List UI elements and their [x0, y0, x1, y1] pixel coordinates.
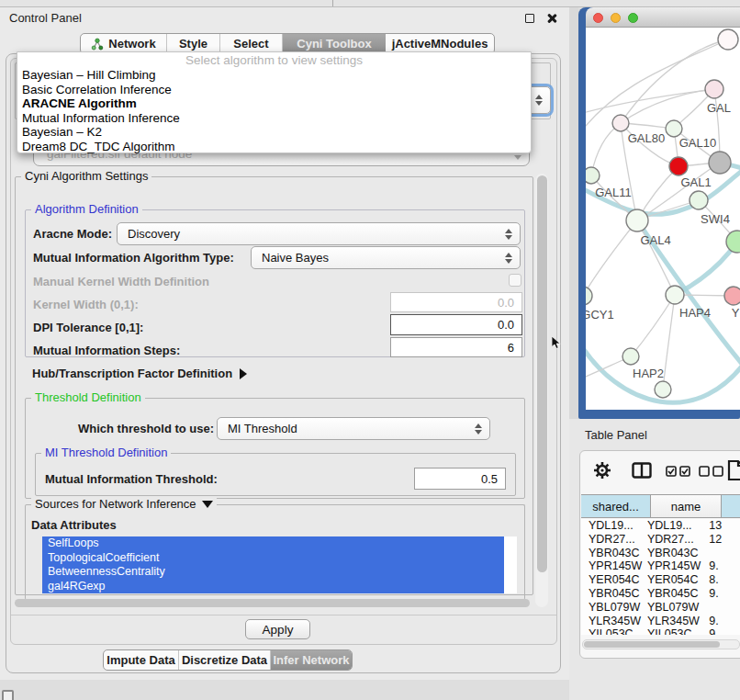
column-header-name[interactable]: name [651, 495, 722, 517]
tab-select[interactable]: Select [220, 34, 283, 53]
table-row[interactable]: YBR045CYBR045C9. [581, 587, 740, 601]
algorithm-item[interactable]: ARACNE Algorithm [17, 96, 531, 111]
table-cell: 9 [704, 627, 740, 635]
network-node-gal80[interactable] [612, 115, 629, 131]
sources-group: Sources for Network Inference Data Attri… [25, 504, 525, 600]
expanded-arrow-icon[interactable] [202, 501, 213, 508]
tab-label: Style [179, 37, 207, 51]
aracne-mode-combo[interactable]: Discovery [117, 222, 521, 245]
table-cell: YBR043C [643, 547, 704, 560]
network-node-gal4[interactable] [626, 209, 648, 231]
network-node-unlabeled[interactable] [726, 231, 740, 253]
close-panel-icon[interactable] [546, 13, 557, 24]
float-panel-icon[interactable] [525, 14, 534, 23]
tab-label: Discretize Data [182, 653, 267, 667]
tab-network[interactable]: Network [81, 34, 167, 53]
tab-style[interactable]: Style [167, 34, 220, 53]
algorithm-item[interactable]: Dream8 DC_TDC Algorithm [17, 140, 531, 154]
network-node-swi4[interactable] [690, 191, 708, 209]
table-row[interactable]: YLR345WYLR345W9. [581, 615, 740, 628]
network-node-gal[interactable] [705, 80, 723, 98]
network-node-unlabeled[interactable] [709, 152, 731, 174]
hub-definition-toggle[interactable]: Hub/Transcription Factor Definition [32, 367, 247, 380]
dpi-tolerance-input[interactable]: 0.0 [390, 314, 522, 335]
column-header-shared-name[interactable]: shared... [581, 495, 651, 517]
zoom-window-icon[interactable] [628, 13, 638, 23]
tab-jactivemnodules[interactable]: jActiveMNodules [386, 34, 494, 53]
algorithm-item[interactable]: Mutual Information Inference [17, 111, 531, 126]
minimize-window-icon[interactable] [611, 13, 621, 23]
clear-all-checkboxes-icon[interactable] [699, 466, 723, 477]
mi-threshold-input[interactable]: 0.5 [414, 468, 506, 490]
settings-horizontal-scrollbar[interactable] [13, 597, 533, 609]
algorithm-item[interactable]: Bayesian – K2 [17, 125, 531, 140]
close-window-icon[interactable] [593, 13, 603, 23]
attribute-item-selected[interactable]: gal4RGexp [42, 580, 504, 594]
attribute-item-selected[interactable]: SelfLoops [42, 536, 504, 551]
table-row[interactable]: YDL19...YDL19...13 [581, 519, 740, 533]
table-row[interactable]: YER054CYER054C8. [581, 573, 740, 587]
tab-discretize-data[interactable]: Discretize Data [179, 650, 271, 670]
which-threshold-combo[interactable]: MI Threshold [217, 417, 490, 440]
dock-icon[interactable] [2, 690, 14, 700]
network-node-gal1[interactable] [669, 157, 688, 175]
network-node-y[interactable] [724, 287, 740, 305]
control-panel-titlebar: Control Panel [0, 7, 569, 29]
network-node-hap2[interactable] [622, 348, 639, 365]
settings-vertical-scrollbar[interactable] [535, 174, 548, 607]
table-cell: YER054C [581, 573, 643, 587]
data-attributes-list[interactable]: SelfLoopsTopologicalCoefficientBetweenne… [42, 536, 517, 593]
network-icon [91, 38, 104, 51]
algorithm-list: Bayesian – Hill ClimbingBasic Correlatio… [17, 68, 531, 154]
gear-icon[interactable] [593, 461, 611, 480]
group-title: Threshold Definition [31, 390, 145, 404]
table-cell: YDR27... [581, 533, 643, 547]
mouse-cursor [552, 336, 562, 350]
table-row[interactable]: YDR27...YDR27...12 [581, 533, 740, 547]
scrollbar-thumb[interactable] [15, 599, 530, 607]
mi-algorithm-type-combo[interactable]: Naive Bayes [251, 246, 521, 269]
scrollbar-thumb[interactable] [584, 641, 720, 648]
tab-cyni-toolbox[interactable]: Cyni Toolbox [283, 34, 386, 53]
network-node-gal11[interactable] [586, 167, 600, 184]
network-node-gcy1[interactable] [586, 287, 592, 305]
network-node-unlabeled[interactable] [655, 381, 671, 398]
dropdown-prompt: Select algorithm to view settings [17, 52, 531, 68]
group-title-row: Sources for Network Inference [31, 497, 217, 511]
tab-impute-data[interactable]: Impute Data [104, 650, 179, 670]
table-cell: 8. [704, 573, 740, 587]
table-horizontal-scrollbar[interactable] [582, 639, 740, 649]
table-cell: YLR345W [581, 615, 643, 628]
apply-button[interactable]: Apply [245, 619, 310, 639]
table-header-row: shared... name [581, 494, 740, 518]
network-node-hap4[interactable] [666, 286, 684, 304]
mi-steps-input[interactable]: 6 [390, 337, 522, 357]
network-window-titlebar[interactable] [586, 7, 740, 28]
table-row[interactable]: YBL079WYBL079W [581, 601, 740, 615]
new-document-icon[interactable] [727, 459, 740, 481]
table-cell: YBR043C [581, 547, 643, 560]
network-window: GALGAL80GAL10GAL1GAL11GAL4SWI4GCY1HAP4YH… [578, 7, 740, 419]
collapsed-arrow-icon [240, 368, 247, 379]
tab-infer-network[interactable]: Infer Network [271, 650, 352, 670]
columns-icon[interactable] [632, 462, 652, 479]
stepper-arrows-icon [471, 423, 485, 435]
table-row[interactable]: YBR043CYBR043C [581, 547, 740, 560]
table-cell: YDR27... [643, 533, 704, 547]
algorithm-item[interactable]: Bayesian – Hill Climbing [17, 68, 531, 83]
network-node-unlabeled[interactable] [718, 29, 738, 50]
table-row[interactable]: YPR145WYPR145W9. [581, 559, 740, 573]
network-canvas[interactable]: GALGAL80GAL10GAL1GAL11GAL4SWI4GCY1HAP4YH… [586, 28, 740, 410]
table-row[interactable]: YIL053CYIL053C9 [581, 627, 740, 635]
select-all-checkboxes-icon[interactable] [666, 466, 690, 477]
network-node-gal10[interactable] [666, 120, 682, 137]
manual-kernel-checkbox[interactable] [509, 274, 521, 287]
column-header-cut[interactable] [722, 495, 740, 517]
table-cell: YIL053C [581, 627, 643, 635]
attribute-item-selected[interactable]: BetweennessCentrality [42, 565, 504, 580]
table-cell: YIL053C [643, 627, 704, 635]
algorithm-item[interactable]: Basic Correlation Inference [17, 83, 531, 97]
attribute-item-selected[interactable]: TopologicalCoefficient [42, 551, 504, 566]
kernel-width-input[interactable]: 0.0 [390, 292, 522, 312]
scrollbar-thumb[interactable] [537, 175, 547, 572]
